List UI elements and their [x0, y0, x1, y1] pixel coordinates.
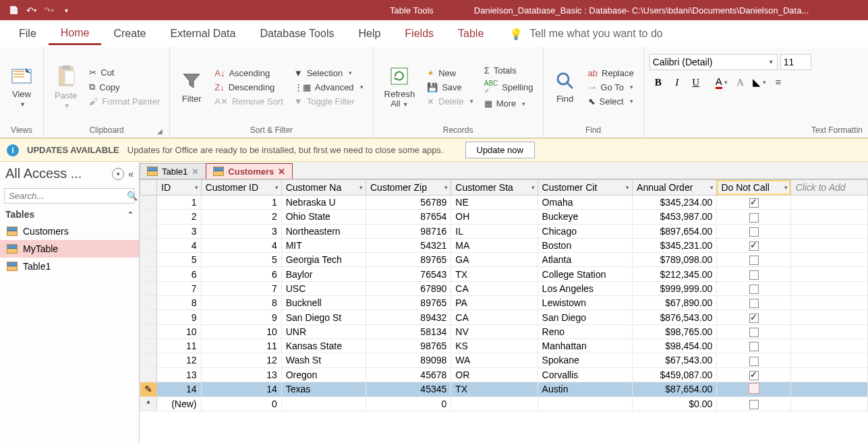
new-button[interactable]: ✦New [423, 67, 478, 80]
cell-city[interactable]: Boston [538, 238, 632, 252]
cell-city[interactable]: Buckeye [538, 210, 632, 224]
cell-city[interactable]: College Station [538, 267, 632, 281]
cell-customer-id[interactable]: 7 [201, 281, 281, 295]
column-dropdown-icon[interactable]: ▾ [444, 184, 448, 191]
cell-do-not-call[interactable] [717, 396, 791, 411]
cell-zip[interactable]: 45678 [366, 367, 451, 382]
row-selector[interactable] [140, 310, 157, 324]
cell-do-not-call[interactable] [717, 382, 791, 396]
clipboard-dialog-launcher[interactable]: ◢ [157, 127, 163, 135]
row-selector[interactable] [140, 353, 157, 367]
toggle-filter-button[interactable]: ▼Toggle Filter [290, 95, 368, 108]
column-dropdown-icon[interactable]: ▾ [784, 184, 788, 191]
table-row[interactable]: 33Northeastern98716ILChicago$897,654.00 [140, 224, 868, 238]
cell-customer-id[interactable]: 4 [201, 238, 281, 252]
cell-customer-id[interactable]: 2 [201, 210, 281, 224]
table-row[interactable]: 1010UNR58134NVReno$98,765.00 [140, 324, 868, 338]
checkbox[interactable] [749, 314, 759, 323]
column-dropdown-icon[interactable]: ▾ [359, 184, 363, 191]
cell-zip[interactable]: 89432 [366, 310, 451, 324]
tab-home[interactable]: Home [49, 23, 102, 45]
cell-state[interactable]: PA [451, 296, 538, 310]
table-row[interactable]: ✎1414Texas45345TXAustin$87,654.00 [140, 382, 868, 396]
row-selector[interactable] [140, 367, 157, 382]
cell-id[interactable]: 4 [157, 238, 202, 252]
font-size-combo[interactable]: 11 [780, 54, 811, 70]
cell-city[interactable]: Austin [538, 382, 632, 396]
nav-item-table1[interactable]: Table1 [0, 258, 139, 275]
cell-zip[interactable]: 98765 [366, 338, 451, 353]
cell-customer-id[interactable]: 8 [201, 296, 281, 310]
update-now-button[interactable]: Update now [465, 142, 535, 158]
cell-do-not-call[interactable] [717, 267, 791, 281]
add-column-header[interactable]: Click to Add [791, 180, 868, 196]
fill-color-button[interactable]: ◣▾ [751, 74, 768, 90]
checkbox[interactable] [749, 241, 759, 251]
column-header[interactable]: ID▾ [157, 180, 202, 196]
delete-button[interactable]: ✕Delete▾ [423, 95, 478, 108]
cell-customer-id[interactable]: 14 [201, 382, 281, 396]
checkbox[interactable] [749, 285, 759, 294]
checkbox[interactable] [749, 198, 759, 208]
collapse-group-icon[interactable]: ⌃ [127, 210, 134, 219]
cell-empty[interactable] [791, 338, 868, 353]
table-row[interactable]: 1212Wash St89098WASpokane$67,543.00 [140, 353, 868, 367]
row-selector[interactable]: ✎ [140, 382, 157, 396]
tab-fields[interactable]: Fields [393, 24, 446, 44]
nav-collapse-icon[interactable]: « [128, 169, 134, 179]
column-dropdown-icon[interactable]: ▾ [710, 184, 714, 191]
cell-id[interactable]: 11 [157, 338, 202, 353]
cell-do-not-call[interactable] [717, 210, 791, 224]
cell-state[interactable] [451, 396, 538, 411]
cell-empty[interactable] [791, 267, 868, 281]
clear-formatting-button[interactable]: A [732, 74, 749, 90]
cell-state[interactable]: IL [451, 224, 538, 238]
cell-zip[interactable]: 89765 [366, 253, 451, 267]
cell-city[interactable] [538, 396, 632, 411]
view-button[interactable]: View▼ [5, 63, 38, 112]
cell-do-not-call[interactable] [717, 196, 791, 210]
cell-annual-order[interactable]: $897,654.00 [633, 224, 717, 238]
cell-city[interactable]: Atlanta [538, 253, 632, 267]
cell-zip[interactable]: 87654 [366, 210, 451, 224]
new-row[interactable]: *(New)00$0.00 [140, 396, 868, 411]
cell-annual-order[interactable]: $876,543.00 [633, 310, 717, 324]
cell-city[interactable]: Manhattan [538, 338, 632, 353]
totals-button[interactable]: ΣTotals [480, 64, 538, 77]
row-selector-new[interactable]: * [140, 396, 157, 411]
cell-zip[interactable]: 54321 [366, 238, 451, 252]
cell-empty[interactable] [791, 281, 868, 295]
table-row[interactable]: 77USC67890CALos Angeles$999,999.00 [140, 281, 868, 295]
column-header[interactable]: Customer Cit▾ [538, 180, 632, 196]
cell-annual-order[interactable]: $98,454.00 [633, 338, 717, 353]
cell-empty[interactable] [791, 353, 868, 367]
cell-empty[interactable] [791, 253, 868, 267]
cell-annual-order[interactable]: $453,987.00 [633, 210, 717, 224]
bold-button[interactable]: B [649, 74, 667, 90]
cell-id[interactable]: 14 [157, 382, 202, 396]
cell-city[interactable]: Reno [538, 324, 632, 338]
qat-customize-icon[interactable]: ▾ [58, 2, 74, 18]
copy-button[interactable]: ⧉Copy [85, 80, 164, 94]
row-selector[interactable] [140, 338, 157, 353]
cell-customer-name[interactable]: USC [281, 281, 366, 295]
cell-annual-order[interactable]: $67,890.00 [633, 296, 717, 310]
cell-do-not-call[interactable] [717, 296, 791, 310]
cell-state[interactable]: TX [451, 382, 538, 396]
cell-state[interactable]: OR [451, 367, 538, 382]
cell-zip[interactable]: 89765 [366, 296, 451, 310]
checkbox-editing[interactable] [749, 384, 759, 393]
cell-customer-id[interactable]: 1 [201, 196, 281, 210]
tab-database-tools[interactable]: Database Tools [248, 24, 346, 44]
select-button[interactable]: ⬉Select▾ [584, 95, 638, 108]
cell-do-not-call[interactable] [717, 310, 791, 324]
cell-do-not-call[interactable] [717, 224, 791, 238]
checkbox[interactable] [749, 256, 759, 265]
cell-state[interactable]: NE [451, 196, 538, 210]
cell-annual-order[interactable]: $459,087.00 [633, 367, 717, 382]
cell-customer-id[interactable]: 11 [201, 338, 281, 353]
table-row[interactable]: 88Bucknell89765PALewistown$67,890.00 [140, 296, 868, 310]
checkbox[interactable] [749, 400, 759, 409]
cell-empty[interactable] [791, 382, 868, 396]
cell-zip[interactable]: 0 [366, 396, 451, 411]
